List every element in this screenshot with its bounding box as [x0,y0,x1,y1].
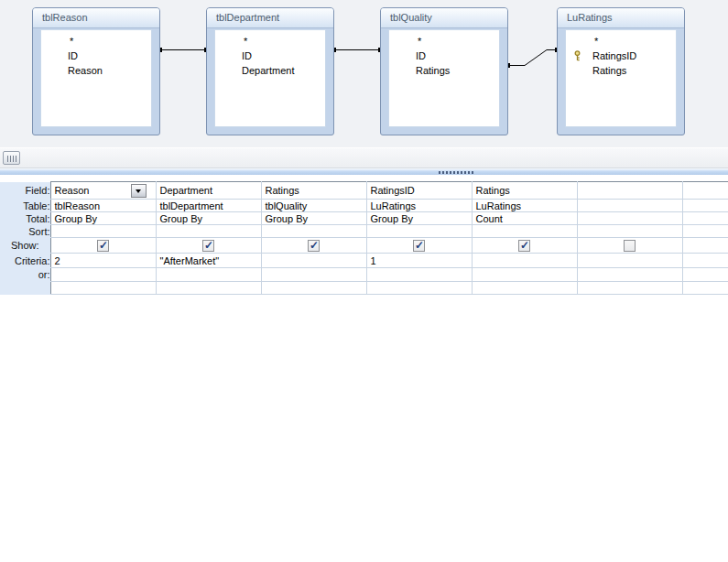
show-checkbox[interactable]: ✓ [97,240,109,252]
sort-cell[interactable] [577,225,682,238]
total-cell[interactable]: Group By [261,212,366,225]
table-cell[interactable]: tblReason [50,200,156,212]
total-cell[interactable]: Group By [366,212,472,225]
table-box-luratings[interactable]: LuRatings * RatingsID Ratings [557,7,685,135]
field-cell[interactable]: RatingsID [366,182,472,200]
empty-cell[interactable] [682,282,728,295]
splitter-grip-icon [439,171,473,174]
design-grid: Field: Reason Department Ratings Ratings… [0,181,728,295]
diagram-pane: tblReason * ID Reason tblDepartment * ID… [0,0,728,147]
diagram-hscrollbar[interactable] [0,147,728,168]
criteria-cell[interactable]: 2 [50,254,156,268]
table-title[interactable]: tblQuality [381,8,507,28]
row-label-total: Total: [0,212,50,225]
show-cell: ✓ [472,238,577,254]
table-cell[interactable]: tblDepartment [156,200,261,212]
total-cell[interactable]: Group By [156,212,261,225]
row-label-table: Table: [0,200,50,212]
empty-cell[interactable] [577,282,682,295]
scrollbar-thumb[interactable] [3,151,20,165]
field-item[interactable]: Ratings [389,63,499,78]
or-cell[interactable] [472,268,577,282]
criteria-cell[interactable] [472,254,577,268]
criteria-cell[interactable]: "AfterMarket" [156,254,261,268]
field-item-asterisk[interactable]: * [41,34,151,49]
empty-cell[interactable] [50,282,156,295]
field-item[interactable]: Department [215,63,325,78]
field-cell[interactable] [682,182,728,200]
sort-cell[interactable] [50,225,156,238]
field-item-primary-key[interactable]: RatingsID [566,49,676,63]
sort-cell[interactable] [682,225,728,238]
field-cell[interactable]: Department [156,182,261,200]
or-cell[interactable] [682,268,728,282]
table-title[interactable]: tblDepartment [207,8,333,28]
row-label-show: Show: [0,238,50,254]
sort-cell[interactable] [261,225,366,238]
criteria-cell[interactable] [682,254,728,268]
field-item-asterisk[interactable]: * [389,34,499,49]
check-icon: ✓ [520,239,529,252]
table-box-tblquality[interactable]: tblQuality * ID Ratings [380,7,508,135]
empty-cell[interactable] [261,282,366,295]
show-checkbox[interactable]: ✓ [624,240,636,252]
or-cell[interactable] [156,268,261,282]
scrollbar-grip-icon [7,156,16,162]
field-item[interactable]: ID [41,49,151,63]
grid-row-field: Field: Reason Department Ratings Ratings… [0,182,728,200]
or-cell[interactable] [577,268,682,282]
field-item-asterisk[interactable]: * [215,34,325,49]
row-label-field: Field: [0,182,50,200]
show-cell: ✓ [577,238,682,254]
empty-cell[interactable] [366,282,472,295]
row-label-or: or: [0,268,50,282]
criteria-cell[interactable]: 1 [366,254,472,268]
field-item[interactable]: Reason [41,63,151,78]
table-cell[interactable]: LuRatings [366,200,472,212]
sort-cell[interactable] [366,225,472,238]
table-field-list: * RatingsID Ratings [565,29,677,127]
table-title[interactable]: LuRatings [558,8,684,28]
table-cell[interactable] [682,200,728,212]
table-title[interactable]: tblReason [33,8,159,28]
table-cell[interactable]: tblQuality [261,200,366,212]
show-checkbox[interactable]: ✓ [202,240,214,252]
empty-cell[interactable] [472,282,577,295]
table-cell[interactable] [577,200,682,212]
field-dropdown-button[interactable] [131,184,147,198]
field-cell[interactable]: Reason [50,182,156,200]
field-item[interactable]: Ratings [566,63,676,78]
field-item-asterisk[interactable]: * [566,34,676,49]
show-checkbox[interactable]: ✓ [518,240,530,252]
or-cell[interactable] [366,268,472,282]
show-checkbox[interactable]: ✓ [308,240,320,252]
sort-cell[interactable] [156,225,261,238]
criteria-cell[interactable] [261,254,366,268]
empty-cell[interactable] [156,282,261,295]
grid-row-table: Table: tblReason tblDepartment tblQualit… [0,200,728,212]
table-box-tbldepartment[interactable]: tblDepartment * ID Department [206,7,334,135]
grid-row-or: or: [0,268,728,282]
pane-splitter[interactable] [0,168,728,175]
table-cell[interactable]: LuRatings [472,200,577,212]
design-grid-pane: Field: Reason Department Ratings Ratings… [0,175,728,562]
sort-cell[interactable] [472,225,577,238]
show-cell [682,238,728,254]
field-cell[interactable]: Ratings [472,182,577,200]
total-cell[interactable] [577,212,682,225]
row-label-empty [0,282,50,295]
table-box-tblreason[interactable]: tblReason * ID Reason [32,7,160,135]
field-item[interactable]: ID [389,49,499,63]
field-cell[interactable] [577,182,682,200]
or-cell[interactable] [50,268,156,282]
field-cell-value: Reason [55,185,90,196]
total-cell[interactable]: Group By [50,212,156,225]
total-cell[interactable]: Count [472,212,577,225]
field-cell[interactable]: Ratings [261,182,366,200]
show-checkbox[interactable]: ✓ [413,240,425,252]
criteria-cell[interactable] [577,254,682,268]
or-cell[interactable] [261,268,366,282]
total-cell[interactable] [682,212,728,225]
show-cell: ✓ [366,238,472,254]
field-item[interactable]: ID [215,49,325,63]
